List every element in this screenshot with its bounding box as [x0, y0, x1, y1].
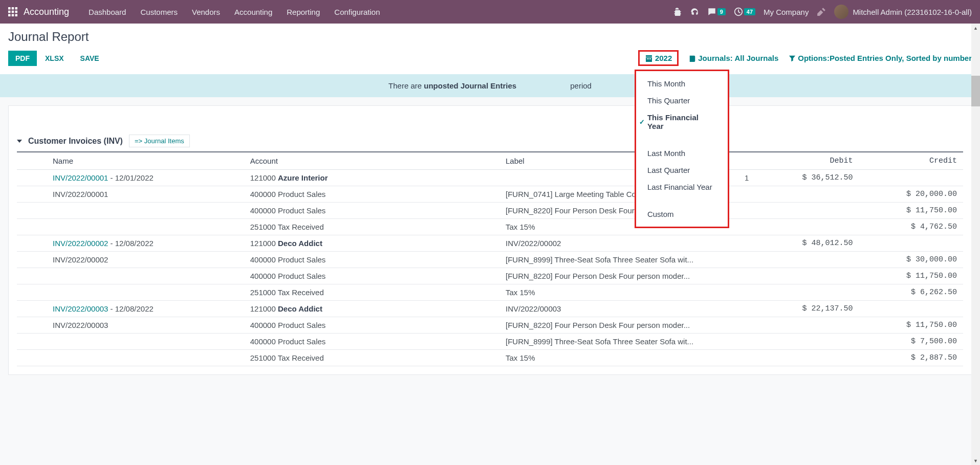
support-icon[interactable] — [690, 7, 699, 16]
cell-account: 121000 Deco Addict — [244, 235, 499, 252]
cell-name — [17, 268, 244, 284]
toolbar: PDF XLSX SAVE 2022 This MonthThis Quarte… — [8, 50, 972, 66]
date-filter-wrapper: 2022 This MonthThis QuarterThis Financia… — [638, 50, 679, 66]
cell-debit — [755, 268, 859, 284]
nav-accounting[interactable]: Accounting — [227, 0, 279, 24]
cell-name — [17, 334, 244, 350]
messages-badge: 9 — [717, 8, 726, 15]
cell-account: 400000 Product Sales — [244, 186, 499, 203]
nav-right: 9 47 My Company Mitchell Admin (22316102… — [672, 5, 972, 19]
svg-rect-5 — [15, 11, 18, 13]
invoice-link[interactable]: INV/2022/00002 — [53, 239, 108, 248]
svg-rect-8 — [15, 14, 18, 17]
cell-debit: $ 22,137.50 — [755, 301, 859, 317]
cell-name — [17, 219, 244, 235]
cell-name: INV/2022/00002 — [17, 252, 244, 268]
options-filter[interactable]: Options:Posted Entries Only, Sorted by n… — [789, 54, 972, 62]
table-row: INV/2022/00003 - 12/08/2022121000 Deco A… — [17, 301, 963, 317]
cell-account: 400000 Product Sales — [244, 334, 499, 350]
svg-rect-4 — [12, 11, 14, 13]
debug-icon[interactable] — [672, 7, 682, 16]
date-filter-value: 2022 — [655, 54, 672, 62]
nav-dashboard[interactable]: Dashboard — [81, 0, 133, 24]
nav-customers[interactable]: Customers — [133, 0, 185, 24]
journals-filter[interactable]: Journals: All Journals — [689, 54, 778, 62]
table-row: 400000 Product Sales[FURN_8220] Four Per… — [17, 203, 963, 219]
table-row: INV/2022/00003400000 Product Sales[FURN_… — [17, 317, 963, 334]
nav-reporting[interactable]: Reporting — [279, 0, 327, 24]
journal-items-button[interactable]: => Journal Items — [129, 135, 190, 147]
svg-rect-2 — [15, 7, 18, 10]
table-row: INV/2022/00002400000 Product Sales[FURN_… — [17, 252, 963, 268]
cell-account: 121000 Deco Addict — [244, 301, 499, 317]
cell-credit: $ 4,762.50 — [859, 219, 963, 235]
content-header: Journal Report PDF XLSX SAVE 2022 This M… — [0, 24, 980, 74]
svg-rect-6 — [8, 14, 11, 17]
table-row: 251000 Tax ReceivedTax 15%$ 4,762.50 — [17, 219, 963, 235]
cell-debit: $ 36,512.50 — [755, 170, 859, 186]
svg-rect-1 — [12, 7, 14, 10]
section-title[interactable]: Customer Invoices (INV) — [28, 137, 123, 146]
messages-icon[interactable]: 9 — [707, 7, 726, 16]
date-option[interactable]: This Month — [636, 75, 728, 92]
cell-account: 251000 Tax Received — [244, 284, 499, 301]
date-option[interactable]: Last Financial Year — [636, 179, 728, 195]
cell-credit: $ 6,262.50 — [859, 284, 963, 301]
pdf-button[interactable]: PDF — [8, 51, 37, 66]
cell-credit: $ 11,750.00 — [859, 317, 963, 334]
date-filter[interactable]: 2022 — [638, 50, 679, 66]
activities-badge: 47 — [744, 8, 755, 15]
cell-label: [FURN_8999] Three-Seat Sofa Three Seater… — [499, 334, 755, 350]
cell-debit — [755, 317, 859, 334]
svg-rect-3 — [8, 11, 11, 13]
cell-name: INV/2022/00002 - 12/08/2022 — [17, 235, 244, 252]
user-name: Mitchell Admin (22316102-16-0-all) — [853, 8, 972, 16]
invoice-link[interactable]: INV/2022/00003 — [53, 304, 108, 313]
filter-bar: 2022 This MonthThis QuarterThis Financia… — [638, 50, 972, 66]
cell-account: 400000 Product Sales — [244, 252, 499, 268]
section-header: Customer Invoices (INV) => Journal Items — [17, 114, 963, 151]
svg-rect-7 — [12, 14, 14, 17]
invoice-link[interactable]: INV/2022/00001 — [53, 173, 108, 182]
alert-banner[interactable]: There are unposted Journal Entries in th… — [0, 74, 980, 97]
date-option[interactable]: Last Month — [636, 145, 728, 162]
app-name[interactable]: Accounting — [24, 7, 69, 17]
company-switcher[interactable]: My Company — [764, 8, 809, 16]
nav-configuration[interactable]: Configuration — [327, 0, 387, 24]
cell-label: [FURN_8999] Three-Seat Sofa Three Seater… — [499, 252, 755, 268]
date-option[interactable]: This Quarter — [636, 92, 728, 109]
save-button[interactable]: SAVE — [72, 51, 107, 66]
caret-down-icon[interactable] — [17, 140, 22, 143]
cell-label: INV/2022/00002 — [499, 235, 755, 252]
cell-credit: $ 30,000.00 — [859, 252, 963, 268]
cell-credit: $ 11,750.00 — [859, 203, 963, 219]
tools-icon[interactable] — [817, 7, 826, 16]
cell-debit — [755, 219, 859, 235]
nav-vendors[interactable]: Vendors — [185, 0, 227, 24]
scrollbar-thumb[interactable] — [971, 76, 980, 106]
date-option[interactable]: Last Quarter — [636, 162, 728, 179]
alert-prefix: There are — [388, 81, 424, 90]
table-row: INV/2022/00001400000 Product Sales[FURN_… — [17, 186, 963, 203]
col-header-account: Account — [244, 152, 499, 170]
scroll-up-icon[interactable]: ▲ — [971, 24, 980, 32]
activities-icon[interactable]: 47 — [734, 7, 755, 16]
cell-debit — [755, 252, 859, 268]
cell-label: Tax 15% — [499, 284, 755, 301]
date-option[interactable]: This Financial Year — [636, 109, 728, 135]
apps-icon[interactable] — [8, 7, 17, 16]
cell-label: INV/2022/00003 — [499, 301, 755, 317]
svg-rect-0 — [8, 7, 11, 10]
cell-credit — [859, 235, 963, 252]
cell-credit — [859, 301, 963, 317]
cell-label: [FURN_8220] Four Person Desk Four person… — [499, 268, 755, 284]
top-nav: Accounting Dashboard Customers Vendors A… — [0, 0, 980, 24]
cell-credit — [859, 170, 963, 186]
cell-debit — [755, 186, 859, 203]
cell-account: 251000 Tax Received — [244, 350, 499, 366]
date-option[interactable]: Custom — [636, 206, 728, 223]
scrollbar[interactable]: ▲ ▼ — [971, 24, 980, 383]
user-menu[interactable]: Mitchell Admin (22316102-16-0-all) — [834, 5, 972, 19]
table-row: 251000 Tax ReceivedTax 15%$ 6,262.50 — [17, 284, 963, 301]
xlsx-button[interactable]: XLSX — [37, 51, 72, 66]
